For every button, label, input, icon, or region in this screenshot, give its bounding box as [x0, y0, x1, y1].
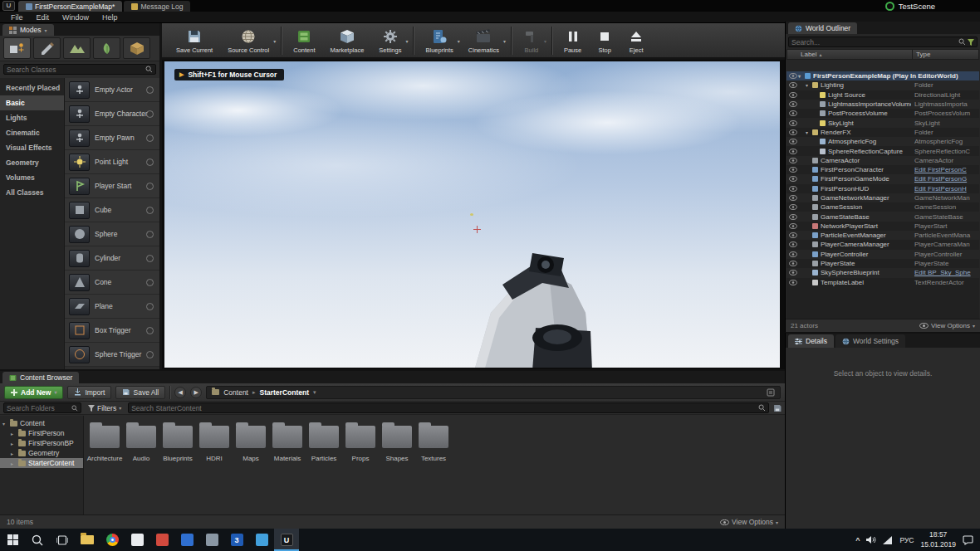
- taskbar-app-app-3[interactable]: 3: [224, 529, 249, 551]
- modes-category-all-classes[interactable]: All Classes: [0, 185, 64, 200]
- column-header-label[interactable]: Label ▴: [787, 51, 912, 58]
- network-icon[interactable]: [883, 536, 893, 544]
- folder-tree-item-content[interactable]: ▾Content: [0, 418, 83, 428]
- chevron-down-icon[interactable]: ▾: [544, 38, 546, 44]
- drag-handle-icon[interactable]: [146, 255, 154, 262]
- menu-file[interactable]: File: [4, 13, 30, 22]
- asset-folder-hdri[interactable]: HDRI: [196, 419, 233, 463]
- visibility-eye-icon[interactable]: [787, 214, 798, 220]
- asset-folder-architecture[interactable]: Architecture: [86, 419, 123, 463]
- mode-item-empty-actor[interactable]: Empty Actor: [65, 78, 159, 102]
- pause-button[interactable]: Pause: [556, 24, 589, 57]
- taskbar-app-text-editor[interactable]: [125, 529, 149, 551]
- asset-folder-maps[interactable]: Maps: [233, 419, 269, 463]
- outliner-row-skylight[interactable]: SkyLightSkyLight: [786, 118, 979, 127]
- drag-handle-icon[interactable]: [146, 134, 154, 142]
- taskbar-app-unreal-editor[interactable]: U: [274, 529, 299, 551]
- outliner-row-renderfx[interactable]: ▾RenderFXFolder: [786, 128, 979, 137]
- volume-icon[interactable]: [866, 535, 876, 544]
- add-new-button[interactable]: Add New ▾: [4, 386, 63, 399]
- tray-expand-icon[interactable]: ^: [855, 536, 860, 544]
- cinematics-button[interactable]: Cinematics▾: [461, 24, 507, 57]
- drag-handle-icon[interactable]: [146, 207, 154, 214]
- taskbar-search-button[interactable]: [25, 529, 50, 551]
- visibility-eye-icon[interactable]: [787, 149, 798, 154]
- visibility-eye-icon[interactable]: [787, 82, 798, 88]
- visibility-eye-icon[interactable]: [787, 232, 798, 238]
- outliner-search-box[interactable]: [788, 37, 978, 47]
- expander-icon[interactable]: ▸: [11, 461, 16, 466]
- breadcrumb-item-content[interactable]: Content: [223, 388, 248, 397]
- asset-folder-textures[interactable]: Textures: [415, 419, 452, 463]
- mode-item-point-light[interactable]: Point Light: [65, 150, 159, 174]
- mode-item-sphere-trigger[interactable]: Sphere Trigger: [65, 343, 159, 367]
- visibility-eye-icon[interactable]: [787, 241, 798, 247]
- modes-search-box[interactable]: [3, 64, 156, 75]
- mode-item-plane[interactable]: Plane: [65, 295, 159, 319]
- mode-item-empty-character[interactable]: Empty Character: [65, 102, 159, 126]
- tab-details[interactable]: Details: [788, 334, 834, 348]
- outliner-row-lightmassimportancevolume[interactable]: LightmassImportanceVolumeLightmassImport…: [786, 100, 979, 109]
- taskbar-clock[interactable]: 18:57 15.01.2019: [920, 530, 956, 549]
- drag-handle-icon[interactable]: [146, 183, 154, 190]
- modes-category-cinematic[interactable]: Cinematic: [0, 125, 64, 140]
- asset-search-input[interactable]: [131, 404, 757, 412]
- asset-folder-shapes[interactable]: Shapes: [379, 419, 415, 463]
- outliner-row-cameraactor[interactable]: CameraActorCameraActor: [786, 156, 979, 165]
- outliner-row-type[interactable]: Edit FirstPersonC: [914, 166, 978, 173]
- tab-world-outliner[interactable]: World Outliner: [788, 22, 857, 34]
- game-viewport[interactable]: ▶ Shift+F1 for Mouse Cursor: [164, 61, 780, 368]
- start-button[interactable]: [0, 529, 25, 551]
- mode-item-cylinder[interactable]: Cylinder: [65, 246, 159, 271]
- folder-tree-item-firstpersonbp[interactable]: ▸FirstPersonBP: [0, 438, 83, 448]
- visibility-eye-icon[interactable]: [787, 176, 798, 182]
- drag-handle-icon[interactable]: [146, 303, 154, 310]
- visibility-eye-icon[interactable]: [787, 167, 798, 173]
- geometry-tool-icon[interactable]: [123, 37, 150, 59]
- breadcrumb-caret-icon[interactable]: ▾: [313, 389, 316, 396]
- asset-folder-audio[interactable]: Audio: [123, 419, 159, 463]
- menu-edit[interactable]: Edit: [30, 13, 56, 22]
- breadcrumb-item-startercontent[interactable]: StarterContent: [260, 388, 310, 397]
- expander-icon[interactable]: ▾: [798, 73, 804, 79]
- visibility-eye-icon[interactable]: [787, 120, 798, 126]
- drag-handle-icon[interactable]: [146, 327, 154, 334]
- outliner-filter-icon[interactable]: [968, 39, 974, 46]
- visibility-eye-icon[interactable]: [787, 195, 798, 201]
- outliner-row-networkplayerstart[interactable]: NetworkPlayerStartPlayerStart: [786, 222, 979, 231]
- stop-button[interactable]: Stop: [589, 24, 620, 57]
- tab-modes[interactable]: Modes ▾: [2, 24, 54, 36]
- taskbar-app-gray-app[interactable]: [199, 529, 224, 551]
- menu-window[interactable]: Window: [56, 13, 96, 22]
- asset-folder-props[interactable]: Props: [342, 419, 379, 463]
- search-folders-box[interactable]: [3, 402, 81, 413]
- visibility-eye-icon[interactable]: [787, 261, 798, 266]
- foliage-tool-icon[interactable]: [93, 37, 120, 59]
- settings-button[interactable]: Settings▾: [371, 24, 409, 57]
- taskbar-app-chrome[interactable]: [100, 529, 125, 551]
- chevron-down-icon[interactable]: ▾: [503, 38, 506, 44]
- expander-icon[interactable]: ▸: [11, 451, 16, 456]
- chevron-down-icon[interactable]: ▾: [273, 38, 276, 44]
- mode-item-cone[interactable]: Cone: [65, 271, 159, 295]
- search-classes-input[interactable]: [7, 66, 144, 74]
- source-control-button[interactable]: Source Control▾: [220, 24, 277, 57]
- visibility-eye-icon[interactable]: [787, 280, 798, 285]
- modes-category-lights[interactable]: Lights: [0, 110, 64, 125]
- outliner-row-playercameramanager[interactable]: PlayerCameraManagerPlayerCameraMan: [786, 240, 979, 249]
- visibility-eye-icon[interactable]: [787, 223, 798, 229]
- drag-handle-icon[interactable]: [146, 86, 154, 94]
- drag-handle-icon[interactable]: [146, 158, 154, 166]
- modes-category-recently-placed[interactable]: Recently Placed: [0, 80, 64, 95]
- visibility-eye-icon[interactable]: [787, 139, 798, 144]
- visibility-eye-icon[interactable]: [787, 204, 798, 210]
- asset-folder-blueprints[interactable]: Blueprints: [159, 419, 196, 463]
- folder-tree-item-startercontent[interactable]: ▸StarterContent: [0, 458, 83, 468]
- drag-handle-icon[interactable]: [146, 110, 154, 118]
- taskbar-app-blue-app[interactable]: [174, 529, 199, 551]
- visibility-eye-icon[interactable]: [787, 186, 798, 192]
- placement-tool-icon[interactable]: [3, 37, 31, 59]
- save-all-button[interactable]: Save All: [115, 386, 165, 399]
- outliner-row-gamesession[interactable]: GameSessionGameSession: [786, 202, 979, 212]
- outliner-row-lighting[interactable]: ▾LightingFolder: [786, 80, 979, 90]
